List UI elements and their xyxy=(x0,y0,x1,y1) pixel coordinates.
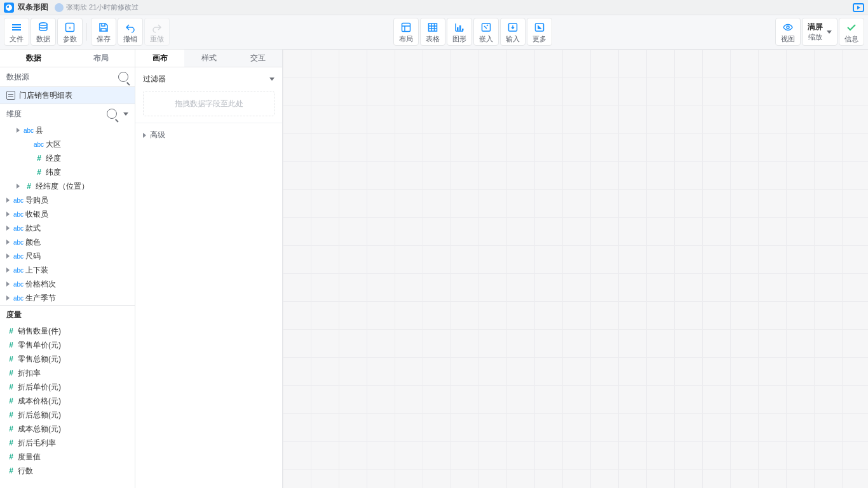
sidebar-tab-layout[interactable]: 布局 xyxy=(67,50,135,67)
search-icon[interactable] xyxy=(118,72,128,82)
hash-type-icon: # xyxy=(4,355,18,363)
expand-icon[interactable] xyxy=(4,268,11,273)
measure-field[interactable]: #行数 xyxy=(0,464,135,478)
layout-icon xyxy=(400,22,412,33)
expand-icon[interactable] xyxy=(14,128,22,133)
measure-field[interactable]: #折后单价(元) xyxy=(0,380,135,394)
dimension-field[interactable]: abc大区 xyxy=(0,137,135,151)
preview-button[interactable] xyxy=(853,3,864,12)
field-label: 颜色 xyxy=(25,237,41,248)
view-button[interactable]: 视图 xyxy=(775,18,801,46)
abc-type-icon: abc xyxy=(11,295,25,302)
canvas-area[interactable] xyxy=(283,50,868,488)
file-button[interactable]: 文件 xyxy=(4,18,29,46)
sidebar-tab-data[interactable]: 数据 xyxy=(0,50,67,67)
expand-icon[interactable] xyxy=(4,281,11,287)
undo-button[interactable]: 撤销 xyxy=(118,18,143,46)
field-label: 生产季节 xyxy=(25,293,56,304)
field-label: 尺码 xyxy=(25,251,41,262)
dimension-field[interactable]: abc收银员 xyxy=(0,207,135,221)
main-toolbar: 文件 数据 x 参数 保存 撤销 重做 xyxy=(0,15,868,50)
datasheet-icon xyxy=(6,91,15,100)
svg-rect-4 xyxy=(428,24,437,31)
embed-button[interactable]: 嵌入 xyxy=(473,18,499,46)
field-label: 纬度 xyxy=(46,167,61,178)
chart-button[interactable]: 图形 xyxy=(447,18,472,46)
more-icon xyxy=(534,22,545,33)
expand-icon[interactable] xyxy=(4,212,11,217)
expand-icon[interactable] xyxy=(4,226,11,231)
expand-icon xyxy=(24,142,32,147)
zoom-select[interactable]: 满屏 缩放 xyxy=(802,18,837,46)
measure-field[interactable]: #成本价格(元) xyxy=(0,394,135,408)
table-icon xyxy=(427,22,438,33)
svg-text:x: x xyxy=(69,25,71,30)
measure-field[interactable]: #度量值 xyxy=(0,450,135,464)
field-label: 零售总额(元) xyxy=(18,354,61,365)
chevron-right-icon xyxy=(143,133,146,138)
measure-field[interactable]: #折后毛利率 xyxy=(0,436,135,450)
abc-type-icon: abc xyxy=(11,267,25,274)
params-icon: x xyxy=(64,22,76,33)
hash-type-icon: # xyxy=(4,383,18,391)
expand-icon[interactable] xyxy=(4,254,11,259)
table-button[interactable]: 表格 xyxy=(420,18,445,46)
more-button[interactable]: 更多 xyxy=(527,18,552,46)
config-panel: 画布 样式 交互 过滤器 拖拽数据字段至此处 高级 xyxy=(135,50,283,488)
filter-dropzone[interactable]: 拖拽数据字段至此处 xyxy=(143,91,275,116)
dimension-field[interactable]: abc款式 xyxy=(0,221,135,235)
config-tab-style[interactable]: 样式 xyxy=(184,50,233,67)
dimension-field[interactable]: abc上下装 xyxy=(0,263,135,277)
dimension-field[interactable]: abc导购员 xyxy=(0,193,135,207)
save-button[interactable]: 保存 xyxy=(91,18,116,46)
field-label: 折后毛利率 xyxy=(18,438,56,449)
config-filter-section: 过滤器 拖拽数据字段至此处 xyxy=(135,67,282,123)
expand-icon[interactable] xyxy=(4,295,11,301)
dimension-field[interactable]: abc价格档次 xyxy=(0,277,135,291)
play-icon xyxy=(857,6,860,10)
measures-header: 度量 xyxy=(0,305,135,324)
dimension-field[interactable]: #纬度 xyxy=(0,165,135,179)
chevron-down-icon[interactable] xyxy=(123,112,128,116)
params-button[interactable]: x 参数 xyxy=(57,18,83,46)
chevron-down-icon xyxy=(827,30,832,34)
chevron-down-icon[interactable] xyxy=(269,78,275,81)
input-button[interactable]: 输入 xyxy=(500,18,526,46)
layout-button[interactable]: 布局 xyxy=(393,18,419,46)
field-label: 销售数量(件) xyxy=(18,326,61,337)
field-label: 度量值 xyxy=(18,452,41,463)
expand-icon xyxy=(24,170,32,175)
expand-icon[interactable] xyxy=(4,240,11,245)
data-button[interactable]: 数据 xyxy=(31,18,56,46)
hash-type-icon: # xyxy=(32,168,46,177)
dimension-field[interactable]: abc颜色 xyxy=(0,235,135,249)
author-avatar-icon xyxy=(55,3,64,12)
field-label: 折后单价(元) xyxy=(18,382,61,393)
abc-type-icon: abc xyxy=(32,141,46,148)
measure-field[interactable]: #折后总额(元) xyxy=(0,408,135,422)
dimension-field[interactable]: abc生产季节 xyxy=(0,291,135,305)
hash-type-icon: # xyxy=(32,154,46,163)
title-bar: 双条形图 张雨欣 21小时前修改过 xyxy=(0,0,868,15)
field-label: 收银员 xyxy=(25,209,48,220)
info-button[interactable]: 信息 xyxy=(839,18,864,46)
search-icon[interactable] xyxy=(107,109,117,119)
measure-field[interactable]: #成本总额(元) xyxy=(0,422,135,436)
datasource-item[interactable]: 门店销售明细表 xyxy=(0,86,135,104)
measure-field[interactable]: #折扣率 xyxy=(0,366,135,380)
abc-type-icon: abc xyxy=(11,281,25,288)
dimension-field[interactable]: abc县 xyxy=(0,123,135,137)
measure-field[interactable]: #零售单价(元) xyxy=(0,338,135,352)
config-tab-interact[interactable]: 交互 xyxy=(233,50,282,67)
expand-icon[interactable] xyxy=(4,198,11,203)
expand-icon xyxy=(24,156,32,161)
measure-field[interactable]: #销售数量(件) xyxy=(0,324,135,338)
dimension-field[interactable]: #经度 xyxy=(0,151,135,165)
config-advanced-toggle[interactable]: 高级 xyxy=(135,123,282,147)
dimension-field[interactable]: abc尺码 xyxy=(0,249,135,263)
expand-icon[interactable] xyxy=(14,184,22,189)
config-tab-canvas[interactable]: 画布 xyxy=(135,50,184,67)
measure-field[interactable]: #零售总额(元) xyxy=(0,352,135,366)
dimension-field[interactable]: #经纬度（位置） xyxy=(0,179,135,193)
field-label: 价格档次 xyxy=(25,279,56,290)
